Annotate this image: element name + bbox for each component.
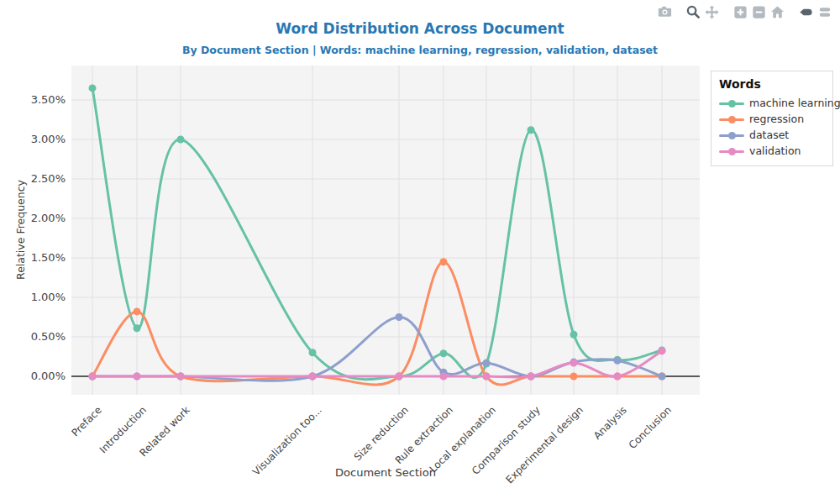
data-point-dataset[interactable] — [483, 360, 491, 367]
series-line-dataset — [92, 317, 662, 381]
data-point-machine-learning[interactable] — [309, 349, 317, 356]
legend-item-regression[interactable]: regression — [719, 111, 826, 127]
legend-item-dataset[interactable]: dataset — [719, 127, 826, 143]
legend-line-marker-icon — [719, 98, 744, 108]
figure: Word Distribution Across Document By Doc… — [0, 0, 840, 504]
data-point-machine-learning[interactable] — [134, 324, 141, 332]
autoscale-button[interactable] — [768, 5, 786, 22]
series-line-regression — [92, 262, 662, 385]
legend-line-marker-icon — [719, 114, 744, 124]
x-tick-label: Size reduction — [313, 404, 411, 501]
legend-line-marker-icon — [719, 130, 744, 140]
legend-item-validation[interactable]: validation — [719, 143, 826, 159]
zoom-button[interactable] — [684, 5, 702, 22]
x-tick-label: Conclusion — [576, 404, 674, 501]
data-point-machine-learning[interactable] — [528, 126, 535, 134]
chart-title: Word Distribution Across Document — [0, 20, 840, 37]
x-tick-label: Related work — [95, 404, 192, 501]
data-point-validation[interactable] — [89, 373, 97, 381]
y-tick-label: 0.50% — [7, 329, 66, 344]
legend-label: regression — [749, 113, 804, 125]
legend-label: dataset — [749, 129, 789, 141]
data-point-validation[interactable] — [570, 360, 578, 367]
y-axis-title: Relative Frequency — [14, 171, 27, 289]
plot-area[interactable] — [71, 66, 700, 395]
x-tick-label: Preface — [7, 404, 104, 501]
data-point-machine-learning[interactable] — [570, 331, 578, 339]
data-point-validation[interactable] — [483, 373, 491, 381]
data-point-dataset[interactable] — [659, 373, 666, 381]
data-point-machine-learning[interactable] — [177, 136, 185, 144]
data-point-validation[interactable] — [134, 373, 141, 381]
legend: Words machine learningregressiondatasetv… — [711, 71, 833, 166]
hover-closest-button[interactable] — [796, 5, 815, 22]
legend-item-machine-learning[interactable]: machine learning — [719, 95, 826, 111]
data-point-machine-learning[interactable] — [89, 84, 97, 92]
data-point-validation[interactable] — [440, 373, 448, 381]
data-point-regression[interactable] — [134, 307, 141, 315]
data-point-dataset[interactable] — [396, 313, 403, 321]
data-point-validation[interactable] — [659, 347, 666, 354]
zoom-in-button[interactable] — [731, 5, 749, 22]
legend-label: machine learning — [749, 97, 840, 109]
data-point-dataset[interactable] — [614, 357, 622, 365]
y-tick-label: 1.00% — [7, 290, 66, 305]
y-tick-label: 3.00% — [7, 132, 66, 147]
zoom-out-button[interactable] — [749, 5, 768, 22]
data-point-validation[interactable] — [614, 373, 622, 381]
legend-title: Words — [719, 77, 826, 91]
pan-button[interactable] — [702, 5, 721, 22]
x-tick-label: Visualization too... — [227, 404, 324, 501]
chart-canvas — [71, 66, 700, 395]
x-tick-label: Local explanation — [401, 404, 498, 501]
download-plot-button[interactable] — [655, 5, 674, 22]
data-point-validation[interactable] — [528, 373, 535, 381]
data-point-regression[interactable] — [440, 258, 448, 265]
hover-compare-button[interactable] — [815, 5, 833, 22]
chart-subtitle: By Document Section | Words: machine lea… — [0, 44, 840, 56]
y-tick-label: 3.50% — [7, 92, 66, 108]
data-point-machine-learning[interactable] — [440, 349, 448, 357]
legend-line-marker-icon — [719, 146, 744, 156]
modebar — [655, 5, 833, 22]
data-point-validation[interactable] — [309, 373, 317, 381]
data-point-validation[interactable] — [396, 373, 403, 381]
y-tick-label: 0.00% — [7, 369, 66, 384]
x-axis-title: Document Section — [260, 466, 512, 479]
data-point-regression[interactable] — [570, 373, 578, 381]
legend-label: validation — [749, 144, 801, 157]
x-tick-label: Analysis — [532, 404, 629, 501]
data-point-validation[interactable] — [177, 373, 185, 381]
